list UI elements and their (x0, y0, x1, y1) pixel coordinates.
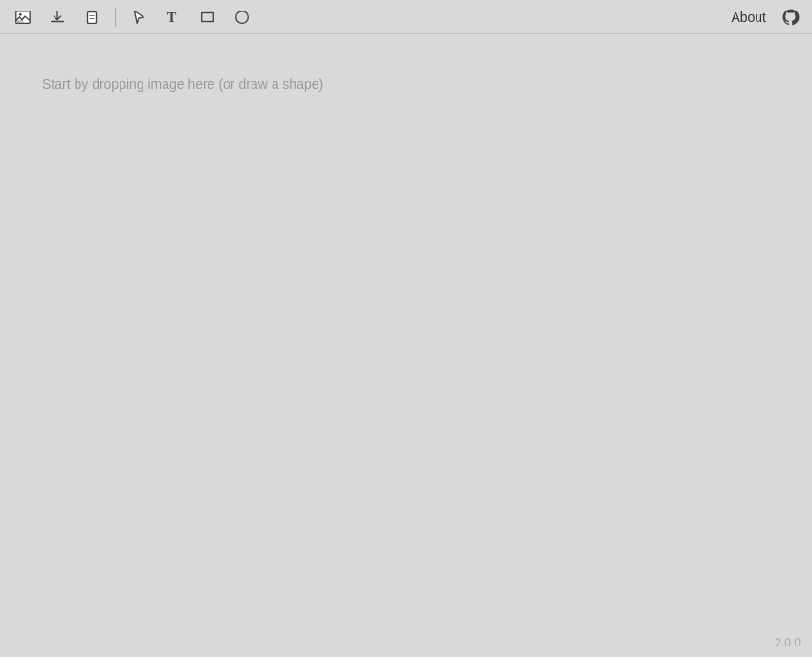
image-icon: IMG (14, 9, 32, 26)
ellipse-tool[interactable] (227, 4, 257, 31)
text-tool[interactable]: T (158, 4, 188, 31)
svg-rect-5 (89, 17, 94, 18)
svg-rect-7 (202, 12, 214, 21)
clipboard-icon (83, 9, 100, 26)
separator-1 (115, 8, 116, 27)
download-tool[interactable] (42, 4, 73, 31)
rectangle-icon (199, 9, 216, 26)
about-button[interactable]: About (727, 8, 770, 27)
rectangle-tool[interactable] (192, 4, 223, 31)
svg-point-1 (19, 12, 22, 15)
github-button[interactable] (778, 4, 804, 31)
canvas-area[interactable]: Start by dropping image here (or draw a … (0, 34, 812, 657)
toolbar: IMG (0, 0, 812, 34)
version-label: 2.0.0 (775, 636, 801, 649)
svg-rect-4 (89, 15, 94, 16)
svg-rect-3 (88, 11, 97, 23)
svg-text:T: T (167, 10, 177, 25)
svg-point-8 (236, 11, 249, 23)
select-icon (130, 9, 147, 26)
select-tool[interactable] (123, 4, 154, 31)
image-tool[interactable]: IMG (8, 4, 38, 31)
toolbar-left: IMG (8, 4, 723, 31)
ellipse-icon (233, 9, 251, 26)
toolbar-right: About (727, 4, 804, 31)
svg-text:IMG: IMG (17, 20, 24, 24)
text-icon: T (165, 9, 182, 26)
drop-hint: Start by dropping image here (or draw a … (42, 77, 323, 92)
download-icon (49, 9, 66, 26)
github-icon (781, 8, 801, 27)
clipboard-tool[interactable] (77, 4, 107, 31)
